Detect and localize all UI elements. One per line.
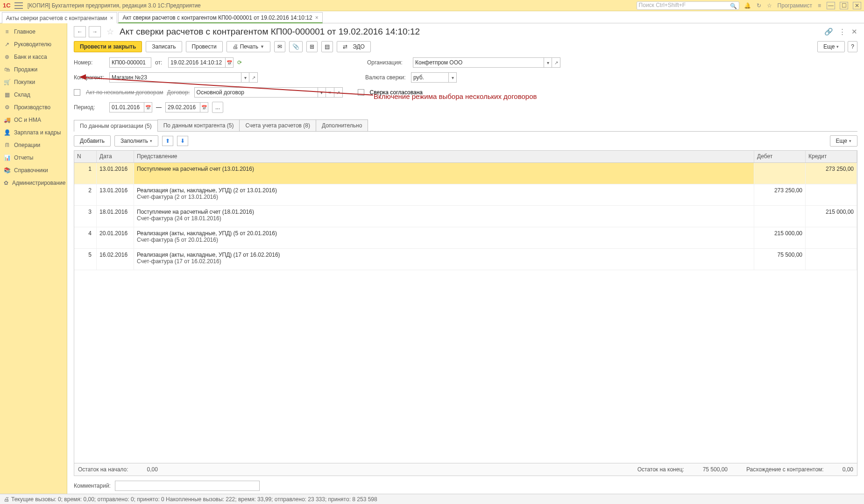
- table-more-button[interactable]: Еще▾: [830, 135, 857, 147]
- sidebar-item-0[interactable]: ≡Главное: [0, 25, 67, 38]
- sidebar-item-9[interactable]: ᗰОперации: [0, 139, 67, 151]
- org-input[interactable]: [413, 57, 544, 68]
- subtab-accounts[interactable]: Счета учета расчетов (8): [239, 119, 316, 131]
- comment-input[interactable]: [115, 481, 260, 491]
- back-button[interactable]: ←: [74, 26, 86, 37]
- favorite-star-icon[interactable]: ☆: [106, 27, 114, 37]
- global-search-input[interactable]: Поиск Ctrl+Shift+F 🔍: [637, 1, 739, 10]
- annotation-arrow-head: [79, 74, 86, 80]
- cell-repr: Поступление на расчетный счет (13.01.201…: [134, 163, 754, 184]
- minimize-button[interactable]: —: [827, 2, 835, 9]
- chevron-down-icon[interactable]: ▾: [544, 57, 552, 68]
- star-icon[interactable]: ☆: [767, 2, 772, 9]
- maximize-button[interactable]: ☐: [840, 2, 848, 9]
- sidebar-item-label: Покупки: [14, 79, 35, 85]
- close-document-button[interactable]: ✕: [851, 28, 857, 36]
- sidebar-item-5[interactable]: ▦Склад: [0, 88, 67, 101]
- period-from-field[interactable]: 📅: [109, 102, 152, 112]
- number-input[interactable]: [109, 57, 151, 68]
- settings-icon[interactable]: ≡: [818, 2, 821, 9]
- refresh-icon[interactable]: ⟳: [237, 59, 242, 66]
- attach-button[interactable]: 📎: [289, 41, 303, 52]
- table-row[interactable]: 113.01.2016Поступление на расчетный счет…: [74, 163, 857, 184]
- date-field[interactable]: 📅: [168, 57, 234, 68]
- calendar-icon[interactable]: 📅: [144, 102, 152, 112]
- fill-button[interactable]: Заполнить▾: [114, 135, 158, 147]
- sidebar-item-12[interactable]: ✿Администрирование: [0, 176, 67, 189]
- multi-contract-checkbox[interactable]: [74, 89, 80, 96]
- edo-button[interactable]: ⇄ ЭДО: [337, 41, 371, 52]
- history-icon[interactable]: ↻: [757, 2, 761, 9]
- print-button[interactable]: 🖨Печать▼: [227, 41, 270, 52]
- table-row[interactable]: 420.01.2016Реализация (акты, накладные, …: [74, 227, 857, 249]
- currency-combo[interactable]: ▾: [411, 72, 457, 83]
- sidebar-item-3[interactable]: 🛍Продажи: [0, 63, 67, 76]
- close-window-button[interactable]: ✕: [853, 2, 861, 9]
- period-to-input[interactable]: [165, 102, 200, 112]
- calendar-icon[interactable]: 📅: [225, 57, 234, 68]
- currency-input[interactable]: [411, 72, 448, 83]
- close-icon[interactable]: ×: [110, 15, 113, 21]
- add-row-button[interactable]: Добавить: [74, 135, 111, 147]
- diff-label: Расхождение с контрагентом:: [746, 466, 824, 473]
- calendar-icon[interactable]: 📅: [200, 102, 208, 112]
- cell-debit: [754, 206, 806, 227]
- user-label[interactable]: Программист: [778, 2, 812, 9]
- sidebar-item-label: Производство: [14, 104, 50, 111]
- counterparty-input[interactable]: [109, 72, 241, 83]
- post-button[interactable]: Провести: [186, 41, 223, 52]
- table-row[interactable]: 213.01.2016Реализация (акты, накладные, …: [74, 184, 857, 206]
- date-input[interactable]: [168, 57, 225, 68]
- tab-list[interactable]: Акты сверки расчетов с контрагентами×: [2, 12, 117, 23]
- tab-document[interactable]: Акт сверки расчетов с контрагентом КП00-…: [118, 12, 322, 23]
- move-down-button[interactable]: ⬇: [177, 136, 188, 146]
- sidebar-item-6[interactable]: ⚙Производство: [0, 101, 67, 113]
- structure-button[interactable]: ⊞: [306, 41, 318, 52]
- forward-button[interactable]: →: [89, 26, 101, 37]
- summary-bar: Остаток на начало: 0,00 Остаток на конец…: [74, 463, 857, 476]
- move-up-button[interactable]: ⬆: [162, 136, 173, 146]
- cell-n: 2: [74, 184, 97, 205]
- search-placeholder: Поиск Ctrl+Shift+F: [639, 2, 686, 8]
- bell-icon[interactable]: 🔔: [744, 2, 751, 9]
- period-from-input[interactable]: [109, 102, 144, 112]
- close-icon[interactable]: ×: [315, 14, 319, 21]
- report-button[interactable]: ▤: [321, 41, 333, 52]
- chevron-down-icon[interactable]: ▾: [448, 72, 457, 83]
- sidebar-item-1[interactable]: ↗Руководителю: [0, 38, 67, 50]
- sidebar-item-4[interactable]: 🛒Покупки: [0, 76, 67, 88]
- kebab-icon[interactable]: ⋮: [839, 28, 846, 36]
- link-icon[interactable]: 🔗: [824, 28, 833, 36]
- post-and-close-button[interactable]: Провести и закрыть: [74, 41, 142, 52]
- sidebar-item-label: Банк и касса: [14, 54, 47, 60]
- col-n: N: [74, 151, 97, 162]
- counterparty-combo[interactable]: ▾ ↗: [109, 72, 258, 83]
- help-button[interactable]: ?: [848, 41, 857, 52]
- open-icon[interactable]: ↗: [249, 72, 258, 83]
- hamburger-icon[interactable]: [14, 2, 23, 9]
- sidebar-item-2[interactable]: ⊕Банк и касса: [0, 50, 67, 63]
- table-row[interactable]: 318.01.2016Поступление на расчетный счет…: [74, 206, 857, 227]
- sidebar-item-7[interactable]: 🚚ОС и НМА: [0, 113, 67, 126]
- subtab-additional[interactable]: Дополнительно: [316, 119, 368, 131]
- chevron-down-icon[interactable]: ▾: [241, 72, 249, 83]
- write-button[interactable]: Записать: [146, 41, 182, 52]
- sidebar-item-10[interactable]: 📊Отчеты: [0, 151, 67, 164]
- subtab-org-data[interactable]: По данным организации (5): [74, 120, 158, 132]
- period-to-field[interactable]: 📅: [165, 102, 208, 112]
- sidebar-item-8[interactable]: 👤Зарплата и кадры: [0, 126, 67, 139]
- contract-input[interactable]: [194, 87, 318, 98]
- envelope-button[interactable]: ✉: [274, 41, 285, 52]
- sidebar-item-11[interactable]: 📚Справочники: [0, 164, 67, 176]
- open-icon[interactable]: ↗: [552, 57, 560, 68]
- cell-n: 4: [74, 227, 97, 248]
- more-button[interactable]: Еще▾: [817, 41, 845, 52]
- table-row[interactable]: 516.02.2016Реализация (акты, накладные, …: [74, 249, 857, 270]
- org-combo[interactable]: ▾ ↗: [413, 57, 560, 68]
- period-select-button[interactable]: ...: [212, 102, 223, 113]
- subtab-counterparty-data[interactable]: По данным контрагента (5): [157, 119, 240, 131]
- sidebar-icon: 🛒: [4, 79, 10, 85]
- status-printer-icon[interactable]: 🖨: [4, 496, 9, 503]
- cell-credit: 273 250,00: [806, 163, 857, 184]
- status-bar: 🖨 Текущие вызовы: 0; время: 0,00; отправ…: [0, 494, 864, 504]
